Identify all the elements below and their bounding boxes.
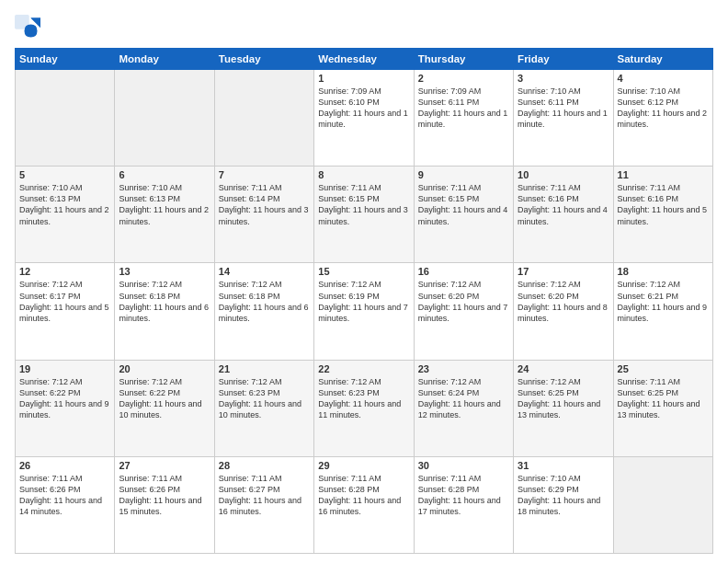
cell-text: Sunrise: 7:10 AMSunset: 6:13 PMDaylight:… (119, 182, 210, 227)
calendar-header-row: SundayMondayTuesdayWednesdayThursdayFrid… (16, 49, 713, 70)
calendar-cell: 28Sunrise: 7:11 AMSunset: 6:27 PMDayligh… (214, 456, 313, 553)
calendar-week-row: 19Sunrise: 7:12 AMSunset: 6:22 PMDayligh… (16, 360, 713, 456)
cell-text: Sunrise: 7:12 AMSunset: 6:20 PMDaylight:… (418, 279, 509, 324)
day-number: 28 (219, 460, 310, 471)
calendar-cell (16, 70, 115, 167)
logo (15, 15, 44, 40)
calendar-header-thursday: Thursday (414, 49, 513, 70)
day-number: 5 (19, 169, 110, 180)
cell-text: Sunrise: 7:11 AMSunset: 6:28 PMDaylight:… (318, 473, 409, 518)
cell-text: Sunrise: 7:11 AMSunset: 6:26 PMDaylight:… (19, 473, 110, 518)
calendar-cell: 12Sunrise: 7:12 AMSunset: 6:17 PMDayligh… (16, 263, 115, 360)
day-number: 26 (19, 460, 110, 471)
day-number: 10 (518, 169, 609, 180)
calendar-cell: 1Sunrise: 7:09 AMSunset: 6:10 PMDaylight… (314, 70, 414, 167)
calendar-week-row: 1Sunrise: 7:09 AMSunset: 6:10 PMDaylight… (16, 70, 713, 167)
cell-text: Sunrise: 7:12 AMSunset: 6:25 PMDaylight:… (518, 376, 609, 421)
calendar-cell: 31Sunrise: 7:10 AMSunset: 6:29 PMDayligh… (514, 456, 613, 553)
day-number: 23 (418, 363, 509, 374)
day-number: 24 (518, 363, 609, 374)
calendar-cell: 11Sunrise: 7:11 AMSunset: 6:16 PMDayligh… (613, 167, 712, 263)
cell-text: Sunrise: 7:11 AMSunset: 6:15 PMDaylight:… (418, 182, 509, 227)
day-number: 27 (119, 460, 210, 471)
day-number: 20 (119, 363, 210, 374)
calendar-cell: 16Sunrise: 7:12 AMSunset: 6:20 PMDayligh… (414, 263, 513, 360)
calendar-header-saturday: Saturday (613, 49, 712, 70)
calendar-cell: 14Sunrise: 7:12 AMSunset: 6:18 PMDayligh… (214, 263, 313, 360)
day-number: 13 (119, 266, 210, 277)
cell-text: Sunrise: 7:12 AMSunset: 6:24 PMDaylight:… (418, 376, 509, 421)
calendar-cell (115, 70, 214, 167)
cell-text: Sunrise: 7:09 AMSunset: 6:11 PMDaylight:… (418, 86, 509, 131)
calendar-header-friday: Friday (514, 49, 613, 70)
calendar-cell: 21Sunrise: 7:12 AMSunset: 6:23 PMDayligh… (214, 360, 313, 456)
day-number: 12 (19, 266, 110, 277)
day-number: 7 (219, 169, 310, 180)
calendar-cell: 30Sunrise: 7:11 AMSunset: 6:28 PMDayligh… (414, 456, 513, 553)
day-number: 29 (318, 460, 409, 471)
day-number: 21 (219, 363, 310, 374)
calendar-cell: 20Sunrise: 7:12 AMSunset: 6:22 PMDayligh… (115, 360, 214, 456)
calendar-cell: 24Sunrise: 7:12 AMSunset: 6:25 PMDayligh… (514, 360, 613, 456)
calendar-cell: 3Sunrise: 7:10 AMSunset: 6:11 PMDaylight… (514, 70, 613, 167)
cell-text: Sunrise: 7:12 AMSunset: 6:20 PMDaylight:… (518, 279, 609, 324)
cell-text: Sunrise: 7:12 AMSunset: 6:22 PMDaylight:… (19, 376, 110, 421)
page: SundayMondayTuesdayWednesdayThursdayFrid… (0, 0, 728, 563)
day-number: 25 (618, 363, 709, 374)
cell-text: Sunrise: 7:12 AMSunset: 6:23 PMDaylight:… (318, 376, 409, 421)
day-number: 6 (119, 169, 210, 180)
calendar-cell: 13Sunrise: 7:12 AMSunset: 6:18 PMDayligh… (115, 263, 214, 360)
calendar-cell: 17Sunrise: 7:12 AMSunset: 6:20 PMDayligh… (514, 263, 613, 360)
calendar-cell: 25Sunrise: 7:11 AMSunset: 6:25 PMDayligh… (613, 360, 712, 456)
calendar-cell: 22Sunrise: 7:12 AMSunset: 6:23 PMDayligh… (314, 360, 414, 456)
cell-text: Sunrise: 7:10 AMSunset: 6:29 PMDaylight:… (518, 473, 609, 518)
day-number: 16 (418, 266, 509, 277)
calendar-cell (613, 456, 712, 553)
cell-text: Sunrise: 7:11 AMSunset: 6:25 PMDaylight:… (618, 376, 709, 421)
calendar-header-sunday: Sunday (16, 49, 115, 70)
cell-text: Sunrise: 7:09 AMSunset: 6:10 PMDaylight:… (318, 86, 409, 131)
day-number: 31 (518, 460, 609, 471)
calendar-cell: 15Sunrise: 7:12 AMSunset: 6:19 PMDayligh… (314, 263, 414, 360)
cell-text: Sunrise: 7:10 AMSunset: 6:12 PMDaylight:… (618, 86, 709, 131)
calendar-header-monday: Monday (115, 49, 214, 70)
cell-text: Sunrise: 7:11 AMSunset: 6:15 PMDaylight:… (318, 182, 409, 227)
calendar-cell: 27Sunrise: 7:11 AMSunset: 6:26 PMDayligh… (115, 456, 214, 553)
cell-text: Sunrise: 7:12 AMSunset: 6:18 PMDaylight:… (219, 279, 310, 324)
calendar-header-tuesday: Tuesday (214, 49, 313, 70)
calendar-cell: 8Sunrise: 7:11 AMSunset: 6:15 PMDaylight… (314, 167, 414, 263)
calendar-cell: 10Sunrise: 7:11 AMSunset: 6:16 PMDayligh… (514, 167, 613, 263)
cell-text: Sunrise: 7:12 AMSunset: 6:21 PMDaylight:… (618, 279, 709, 324)
calendar-cell: 26Sunrise: 7:11 AMSunset: 6:26 PMDayligh… (16, 456, 115, 553)
calendar-cell (214, 70, 313, 167)
calendar-cell: 4Sunrise: 7:10 AMSunset: 6:12 PMDaylight… (613, 70, 712, 167)
calendar-cell: 23Sunrise: 7:12 AMSunset: 6:24 PMDayligh… (414, 360, 513, 456)
day-number: 4 (618, 73, 709, 84)
calendar-cell: 9Sunrise: 7:11 AMSunset: 6:15 PMDaylight… (414, 167, 513, 263)
day-number: 11 (618, 169, 709, 180)
day-number: 9 (418, 169, 509, 180)
cell-text: Sunrise: 7:11 AMSunset: 6:27 PMDaylight:… (219, 473, 310, 518)
day-number: 22 (318, 363, 409, 374)
cell-text: Sunrise: 7:11 AMSunset: 6:16 PMDaylight:… (518, 182, 609, 227)
cell-text: Sunrise: 7:11 AMSunset: 6:28 PMDaylight:… (418, 473, 509, 518)
cell-text: Sunrise: 7:11 AMSunset: 6:26 PMDaylight:… (119, 473, 210, 518)
calendar-cell: 6Sunrise: 7:10 AMSunset: 6:13 PMDaylight… (115, 167, 214, 263)
day-number: 1 (318, 73, 409, 84)
cell-text: Sunrise: 7:12 AMSunset: 6:19 PMDaylight:… (318, 279, 409, 324)
day-number: 8 (318, 169, 409, 180)
logo-icon (15, 15, 40, 40)
cell-text: Sunrise: 7:12 AMSunset: 6:18 PMDaylight:… (119, 279, 210, 324)
cell-text: Sunrise: 7:11 AMSunset: 6:16 PMDaylight:… (618, 182, 709, 227)
svg-rect-3 (15, 15, 29, 29)
day-number: 19 (19, 363, 110, 374)
calendar-cell: 29Sunrise: 7:11 AMSunset: 6:28 PMDayligh… (314, 456, 414, 553)
cell-text: Sunrise: 7:12 AMSunset: 6:17 PMDaylight:… (19, 279, 110, 324)
calendar-cell: 7Sunrise: 7:11 AMSunset: 6:14 PMDaylight… (214, 167, 313, 263)
calendar-header-wednesday: Wednesday (314, 49, 414, 70)
calendar-cell: 2Sunrise: 7:09 AMSunset: 6:11 PMDaylight… (414, 70, 513, 167)
cell-text: Sunrise: 7:10 AMSunset: 6:11 PMDaylight:… (518, 86, 609, 131)
cell-text: Sunrise: 7:11 AMSunset: 6:14 PMDaylight:… (219, 182, 310, 227)
cell-text: Sunrise: 7:10 AMSunset: 6:13 PMDaylight:… (19, 182, 110, 227)
day-number: 2 (418, 73, 509, 84)
